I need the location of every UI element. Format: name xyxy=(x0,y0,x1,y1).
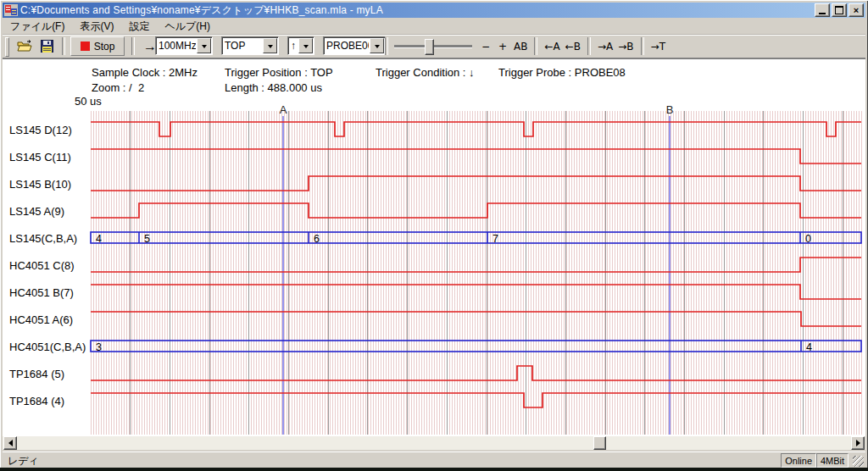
channel-label: HC4051 C(8) xyxy=(9,259,75,272)
zoom-info: Zoom : / 2 xyxy=(92,81,144,94)
zoom-in-button[interactable]: + xyxy=(494,37,511,56)
channel-label: LS145 D(12) xyxy=(9,124,72,136)
channel-label: TP1684 (5) xyxy=(9,368,64,380)
scroll-left-icon xyxy=(5,440,13,446)
menu-file[interactable]: ファイル(F) xyxy=(3,18,72,36)
maximize-button[interactable] xyxy=(832,3,847,17)
channel-label: HC4051 A(6) xyxy=(9,313,73,326)
zoom-slider[interactable] xyxy=(394,39,472,54)
scroll-right-icon xyxy=(856,440,864,446)
waveform-client: Sample Clock : 2MHz Trigger Position : T… xyxy=(3,58,865,436)
open-file-button[interactable] xyxy=(14,36,35,56)
toolbar-separator xyxy=(534,37,537,55)
sample-clock-info: Sample Clock : 2MHz xyxy=(92,66,198,79)
scroll-right-button[interactable] xyxy=(851,436,865,450)
resize-grip[interactable] xyxy=(853,456,864,467)
desktop-strip xyxy=(0,468,868,471)
maximize-icon xyxy=(835,6,843,14)
window-controls: × xyxy=(815,3,864,17)
menu-help[interactable]: ヘルプ(H) xyxy=(157,18,218,36)
minimize-button[interactable] xyxy=(815,3,830,17)
time-scale-label: 50 us xyxy=(75,95,102,108)
channel-label: LS145 C(11) xyxy=(9,151,71,163)
move-b-left-button[interactable]: ←B xyxy=(563,37,583,56)
length-info: Length : 488.000 us xyxy=(225,81,322,94)
combo-value: TOP xyxy=(222,40,262,52)
trigger-condition-info: Trigger Condition : ↓ xyxy=(376,66,475,79)
statusbar: レディ Online 4MBit xyxy=(3,452,865,468)
trigger-position-info: Trigger Position : TOP xyxy=(225,66,333,79)
channel-label: HC4051(C,B,A) xyxy=(9,341,86,353)
zoom-slider-thumb[interactable] xyxy=(425,39,434,55)
grid-minor xyxy=(91,111,862,435)
status-memory: 4MBit xyxy=(816,453,849,468)
toolbar-separator xyxy=(641,37,644,55)
window-title: C:¥Documents and Settings¥noname¥デスクトップ¥… xyxy=(20,3,815,18)
app-window: C:¥Documents and Settings¥noname¥デスクトップ¥… xyxy=(0,0,868,471)
minimize-icon xyxy=(819,13,826,14)
trigger-edge-select[interactable]: ↑ xyxy=(287,36,314,55)
chevron-down-icon[interactable] xyxy=(197,38,211,53)
scroll-left-button[interactable] xyxy=(3,436,17,450)
toolbar-separator xyxy=(131,37,135,55)
toolbar-buttons: −+AB←A←B→A→B→T xyxy=(477,36,668,56)
scrollbar-thumb[interactable] xyxy=(593,436,606,450)
combo-value: PROBE00 xyxy=(324,40,369,52)
combo-value: 100MHz xyxy=(156,40,196,52)
chevron-down-icon[interactable] xyxy=(370,38,384,53)
combo-value: ↑ xyxy=(288,40,298,52)
combo-row: 100MHzTOP↑PROBE00 xyxy=(155,36,386,55)
channel-label: TP1684 (4) xyxy=(9,395,64,407)
menu-view[interactable]: 表示(V) xyxy=(72,18,121,36)
open-folder-icon xyxy=(17,40,32,53)
sample-rate-select[interactable]: 100MHz xyxy=(155,36,213,55)
status-text: レディ xyxy=(8,454,39,468)
floppy-icon xyxy=(41,40,53,53)
channel-label: LS145 B(10) xyxy=(9,178,71,191)
toolbar-separator xyxy=(62,37,65,55)
trigger-probe-select[interactable]: PROBE00 xyxy=(323,36,386,55)
menu-settings[interactable]: 設定 xyxy=(121,18,157,36)
close-icon: × xyxy=(854,6,859,14)
channel-label: HC4051 B(7) xyxy=(9,286,74,299)
chevron-down-icon[interactable] xyxy=(263,38,277,53)
toolbar-separator xyxy=(385,37,388,55)
trigger-position-select[interactable]: TOP xyxy=(221,36,279,55)
titlebar[interactable]: C:¥Documents and Settings¥noname¥デスクトップ¥… xyxy=(3,3,865,18)
app-icon xyxy=(4,4,18,16)
channel-label: LS145 A(9) xyxy=(9,205,64,218)
move-a-right-button[interactable]: →A xyxy=(595,37,615,56)
horizontal-scrollbar[interactable] xyxy=(3,436,865,450)
toolbar-separator xyxy=(587,37,591,55)
save-file-button[interactable] xyxy=(36,36,57,56)
zoom-out-button[interactable]: − xyxy=(477,37,494,56)
trigger-probe-info: Trigger Probe : PROBE08 xyxy=(498,66,626,79)
chevron-down-icon[interactable] xyxy=(298,38,313,53)
channel-label: LS145(C,B,A) xyxy=(9,232,77,245)
stop-label: Stop xyxy=(94,41,115,53)
toolbar-grip[interactable] xyxy=(5,37,9,57)
move-a-left-button[interactable]: ←A xyxy=(542,37,562,56)
stop-button[interactable]: Stop xyxy=(70,36,125,56)
stop-icon xyxy=(81,42,90,51)
toolbar: Stop → 100MHzTOP↑PROBE00 −+AB←A←B→A→B→T xyxy=(3,35,865,58)
goto-trigger-button[interactable]: →T xyxy=(648,37,668,56)
status-online: Online xyxy=(781,453,816,468)
move-b-right-button[interactable]: →B xyxy=(615,37,636,56)
show-ab-button[interactable]: AB xyxy=(511,37,530,56)
close-button[interactable]: × xyxy=(849,3,864,17)
menubar: ファイル(F)表示(V)設定ヘルプ(H) xyxy=(3,19,865,35)
